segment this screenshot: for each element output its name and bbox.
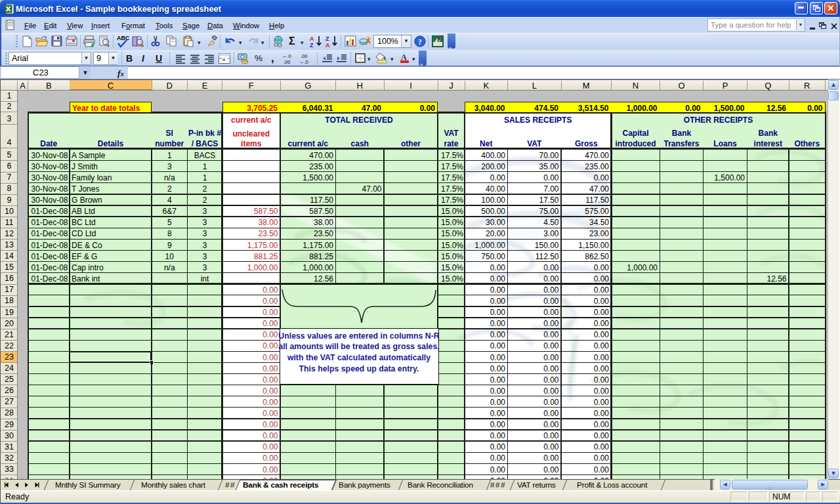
- svg-text:.00: .00: [284, 59, 290, 64]
- svg-text:Z: Z: [310, 42, 314, 48]
- svg-text:A: A: [401, 52, 407, 62]
- svg-text:A: A: [326, 42, 330, 48]
- svg-text:A: A: [310, 35, 314, 42]
- svg-text:Z: Z: [326, 35, 329, 42]
- svg-text:a: a: [222, 56, 225, 62]
- svg-text:ABC: ABC: [117, 35, 129, 41]
- svg-text:?: ?: [418, 37, 422, 47]
- svg-text:→.0: →.0: [299, 59, 308, 64]
